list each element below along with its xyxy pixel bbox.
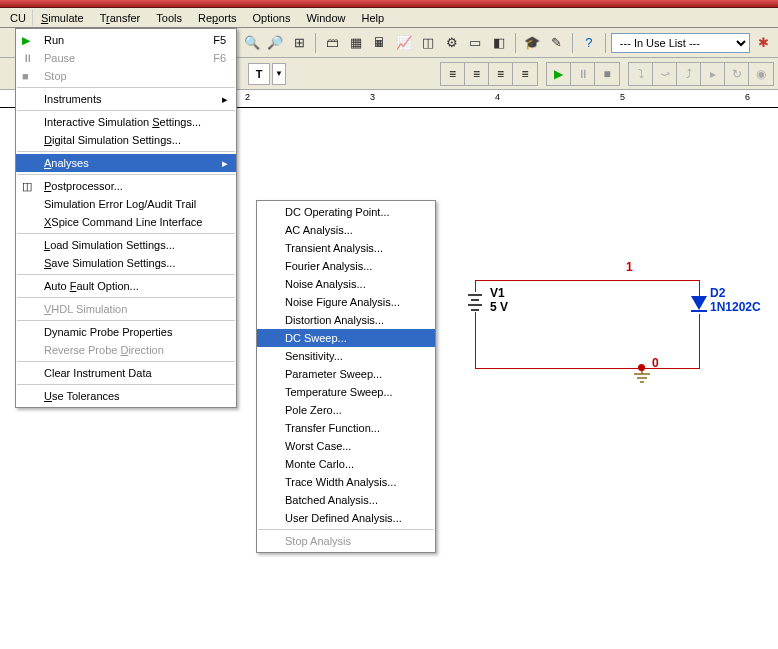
align-center-icon[interactable]: ≡ — [465, 63, 489, 85]
menu-temperature-sweep[interactable]: Temperature Sweep... — [257, 383, 435, 401]
menu-auto-fault[interactable]: Auto Fault Option... — [16, 277, 236, 295]
filter-icon[interactable]: ✱ — [752, 32, 774, 54]
menu-xspice-cli[interactable]: XSpice Command Line Interface — [16, 213, 236, 231]
menu-transfer[interactable]: Transfer — [92, 10, 149, 26]
db-icon[interactable]: 🗃 — [321, 32, 343, 54]
net-label-1: 1 — [626, 260, 633, 274]
break-icon[interactable]: ◉ — [749, 63, 773, 85]
edu-icon[interactable]: 🎓 — [521, 32, 543, 54]
menu-transfer-function[interactable]: Transfer Function... — [257, 419, 435, 437]
pause-glyph-icon: ⏸ — [22, 52, 36, 66]
align-top-icon[interactable]: ≡ — [513, 63, 537, 85]
zoom-in-icon[interactable]: 🔍 — [241, 32, 263, 54]
menu-vhdl-sim: VHDL Simulation — [16, 300, 236, 318]
v1-value-label: 5 V — [490, 300, 508, 314]
menu-run[interactable]: ▶ RunF5 — [16, 31, 236, 49]
svg-marker-4 — [691, 296, 707, 310]
menu-trace-width-analysis[interactable]: Trace Width Analysis... — [257, 473, 435, 491]
window-titlebar — [0, 0, 778, 8]
breadboard-icon[interactable]: ▭ — [464, 32, 486, 54]
menu-window[interactable]: Window — [298, 10, 353, 26]
menu-instruments[interactable]: Instruments▸ — [16, 90, 236, 108]
calc-icon[interactable]: 🖩 — [369, 32, 391, 54]
tool-icon[interactable]: ✎ — [545, 32, 567, 54]
text-bold-button[interactable]: T — [248, 63, 270, 85]
menu-parameter-sweep[interactable]: Parameter Sweep... — [257, 365, 435, 383]
reset-icon[interactable]: ↻ — [725, 63, 749, 85]
pause-icon[interactable]: ⏸ — [571, 63, 595, 85]
run-icon[interactable]: ▶ — [547, 63, 571, 85]
simulate-menu-dropdown: ▶ RunF5 ⏸ PauseF6 ■ Stop Instruments▸ In… — [15, 28, 237, 408]
menu-options[interactable]: Options — [244, 10, 298, 26]
net-label-0: 0 — [652, 356, 659, 370]
ground-symbol[interactable] — [632, 368, 652, 390]
diode-d2[interactable] — [690, 294, 708, 318]
grid-icon[interactable]: ▦ — [345, 32, 367, 54]
menu-transient-analysis[interactable]: Transient Analysis... — [257, 239, 435, 257]
menubar: CU Simulate Transfer Tools Reports Optio… — [0, 8, 778, 28]
menu-load-sim-settings[interactable]: Load Simulation Settings... — [16, 236, 236, 254]
sim-control-group: ▶ ⏸ ■ — [546, 62, 620, 86]
menu-fourier-analysis[interactable]: Fourier Analysis... — [257, 257, 435, 275]
menu-stop: ■ Stop — [16, 67, 236, 85]
align-right-icon[interactable]: ≡ — [489, 63, 513, 85]
menu-distortion-analysis[interactable]: Distortion Analysis... — [257, 311, 435, 329]
voltage-source-v1[interactable] — [465, 291, 485, 315]
menu-reports[interactable]: Reports — [190, 10, 245, 26]
menu-dc-operating-point[interactable]: DC Operating Point... — [257, 203, 435, 221]
menu-digital-sim-settings[interactable]: Digital Simulation Settings... — [16, 131, 236, 149]
step-icon[interactable]: ▸ — [701, 63, 725, 85]
menu-noise-figure-analysis[interactable]: Noise Figure Analysis... — [257, 293, 435, 311]
menu-simulate[interactable]: Simulate — [33, 10, 92, 26]
analyses-submenu-dropdown: DC Operating Point... AC Analysis... Tra… — [256, 200, 436, 553]
menu-dynamic-probe[interactable]: Dynamic Probe Properties — [16, 323, 236, 341]
postproc-icon[interactable]: ⚙ — [441, 32, 463, 54]
menu-batched-analysis[interactable]: Batched Analysis... — [257, 491, 435, 509]
menu-tools[interactable]: Tools — [148, 10, 190, 26]
in-use-list-combo[interactable]: --- In Use List --- — [611, 33, 750, 53]
menu-clear-instrument-data[interactable]: Clear Instrument Data — [16, 364, 236, 382]
text-dropdown-icon[interactable]: ▼ — [272, 63, 286, 85]
zoom-out-icon[interactable]: 🔎 — [264, 32, 286, 54]
step-out-icon[interactable]: ⤴ — [677, 63, 701, 85]
step-into-icon[interactable]: ⤵ — [629, 63, 653, 85]
menu-reverse-probe: Reverse Probe Direction — [16, 341, 236, 359]
menu-worst-case[interactable]: Worst Case... — [257, 437, 435, 455]
menu-cu[interactable]: CU — [4, 10, 33, 26]
menu-analyses[interactable]: Analyses▸ — [16, 154, 236, 172]
menu-interactive-sim-settings[interactable]: Interactive Simulation Settings... — [16, 113, 236, 131]
menu-postprocessor[interactable]: ◫ Postprocessor... — [16, 177, 236, 195]
step-over-icon[interactable]: ⤻ — [653, 63, 677, 85]
analysis-icon[interactable]: ◫ — [417, 32, 439, 54]
menu-monte-carlo[interactable]: Monte Carlo... — [257, 455, 435, 473]
menu-error-log[interactable]: Simulation Error Log/Audit Trail — [16, 195, 236, 213]
stop-icon[interactable]: ■ — [595, 63, 619, 85]
wire-top[interactable] — [475, 280, 700, 281]
wire-left-bottom[interactable] — [475, 312, 476, 369]
menu-user-defined-analysis[interactable]: User Defined Analysis... — [257, 509, 435, 527]
graph-icon[interactable]: 📈 — [393, 32, 415, 54]
junction-dot — [638, 364, 645, 371]
step-group: ⤵ ⤻ ⤴ ▸ ↻ ◉ — [628, 62, 774, 86]
menu-noise-analysis[interactable]: Noise Analysis... — [257, 275, 435, 293]
postproc-glyph-icon: ◫ — [22, 180, 36, 194]
v1-name-label: V1 — [490, 286, 505, 300]
stop-glyph-icon: ■ — [22, 70, 36, 84]
d2-name-label: D2 — [710, 286, 725, 300]
menu-stop-analysis: Stop Analysis — [257, 532, 435, 550]
menu-ac-analysis[interactable]: AC Analysis... — [257, 221, 435, 239]
menu-save-sim-settings[interactable]: Save Simulation Settings... — [16, 254, 236, 272]
wire-right-bottom[interactable] — [699, 314, 700, 369]
menu-sensitivity[interactable]: Sensitivity... — [257, 347, 435, 365]
menu-pause: ⏸ PauseF6 — [16, 49, 236, 67]
d2-value-label: 1N1202C — [710, 300, 761, 314]
menu-use-tolerances[interactable]: Use Tolerances — [16, 387, 236, 405]
help-icon[interactable]: ? — [578, 32, 600, 54]
view3d-icon[interactable]: ◧ — [488, 32, 510, 54]
wire-bottom[interactable] — [475, 368, 700, 369]
menu-help[interactable]: Help — [354, 10, 393, 26]
menu-dc-sweep[interactable]: DC Sweep... — [257, 329, 435, 347]
align-left-icon[interactable]: ≡ — [441, 63, 465, 85]
zoom-fit-icon[interactable]: ⊞ — [288, 32, 310, 54]
menu-pole-zero[interactable]: Pole Zero... — [257, 401, 435, 419]
